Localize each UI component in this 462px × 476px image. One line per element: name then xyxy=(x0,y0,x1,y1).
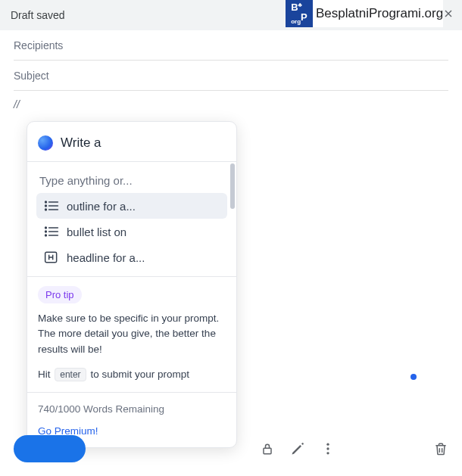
recipients-placeholder: Recipients xyxy=(14,39,63,51)
compose-fields: Recipients Subject xyxy=(0,30,462,91)
scrollbar-thumb[interactable] xyxy=(230,163,235,209)
ai-icon xyxy=(38,135,53,151)
type-hint: Type anything or... xyxy=(39,174,224,187)
svg-point-4 xyxy=(45,209,47,210)
svg-point-2 xyxy=(45,205,47,207)
suggestion-bullet[interactable]: bullet list on xyxy=(36,219,227,244)
watermark: B♣orgP BesplatniProgrami.org xyxy=(286,0,443,27)
suggestion-outline[interactable]: outline for a... xyxy=(36,193,227,219)
watermark-badge: B♣orgP xyxy=(286,0,313,27)
svg-point-6 xyxy=(45,227,47,229)
suggestion-label: headline for a... xyxy=(67,251,145,264)
watermark-text: BesplatniProgrami.org xyxy=(316,6,443,21)
protip-text: Make sure to be specific in your prompt.… xyxy=(38,311,226,357)
svg-point-0 xyxy=(45,201,47,203)
words-remaining: 740/1000 Words Remaining xyxy=(38,403,226,415)
compose-toolbar xyxy=(14,435,448,462)
popup-title: Write a xyxy=(61,135,101,151)
svg-point-19 xyxy=(326,452,329,454)
headline-icon xyxy=(44,250,59,264)
enter-key: enter xyxy=(55,368,86,381)
body-prefix: // xyxy=(14,98,20,110)
bullet-list-icon xyxy=(44,225,59,238)
svg-rect-16 xyxy=(264,448,271,454)
subject-field[interactable]: Subject xyxy=(14,61,448,91)
trash-icon[interactable] xyxy=(433,441,448,456)
lock-icon[interactable] xyxy=(260,441,275,456)
protip-section: Pro tip Make sure to be specific in your… xyxy=(27,277,236,392)
draft-status: Draft saved xyxy=(11,9,65,21)
popup-header: Write a xyxy=(27,122,236,161)
notification-dot xyxy=(410,374,417,380)
close-icon[interactable] xyxy=(442,8,454,20)
suggestion-label: bullet list on xyxy=(67,226,126,238)
toolbar-icons xyxy=(260,441,336,456)
protip-badge: Pro tip xyxy=(38,286,82,303)
hit-post: to submit your prompt xyxy=(90,369,189,380)
pen-icon[interactable] xyxy=(290,441,305,456)
hit-pre: Hit xyxy=(38,369,51,380)
svg-point-18 xyxy=(326,447,329,450)
suggestion-label: outline for a... xyxy=(67,200,136,213)
ai-writer-popup: Write a Type anything or... outline for … xyxy=(27,121,237,448)
compose-body[interactable]: // xyxy=(0,91,462,118)
hit-enter-hint: Hit enter to submit your prompt xyxy=(38,368,226,381)
more-icon[interactable] xyxy=(320,441,336,456)
svg-point-17 xyxy=(326,443,329,446)
recipients-field[interactable]: Recipients xyxy=(14,30,448,61)
suggestion-headline[interactable]: headline for a... xyxy=(36,244,227,270)
svg-point-8 xyxy=(45,231,47,232)
outline-icon xyxy=(44,199,59,213)
svg-point-10 xyxy=(45,235,47,236)
subject-placeholder: Subject xyxy=(14,70,49,82)
popup-suggestions: Type anything or... outline for a... bul… xyxy=(27,162,236,276)
send-button[interactable] xyxy=(14,435,86,462)
